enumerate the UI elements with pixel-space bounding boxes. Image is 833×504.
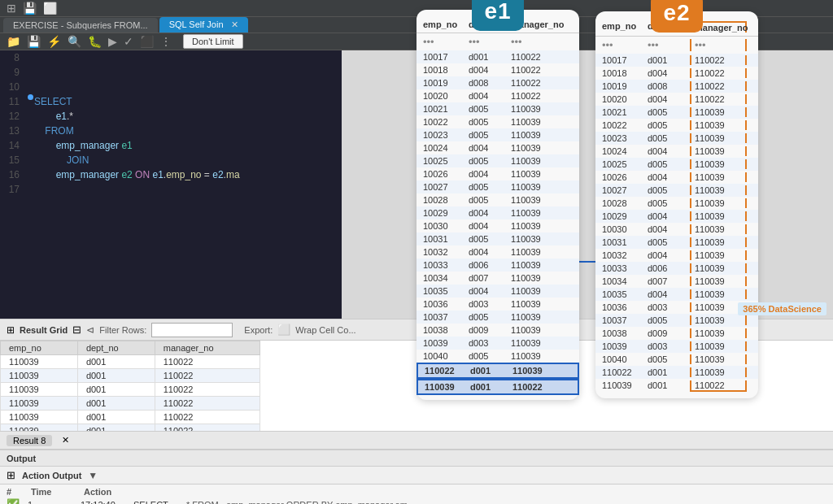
- table-row: 10034d007110039: [416, 272, 579, 285]
- grid-icon[interactable]: ⊞: [5, 0, 18, 16]
- table-row: 10030d004110039: [416, 219, 579, 232]
- table-row: 10036d003110039: [595, 301, 758, 314]
- table-row: 10017d001110022: [416, 50, 579, 63]
- result-footer: Result 8 ✕: [0, 431, 833, 449]
- table-row: 10029d004110039: [595, 210, 758, 223]
- table-row: 10029d004110039: [416, 206, 579, 219]
- highlighted-row-2: 110039d001110022: [416, 379, 579, 395]
- line-15: 15 JOIN: [0, 153, 342, 167]
- table-row: 10030d004110039: [595, 223, 758, 236]
- line-13: 13 FROM: [0, 124, 342, 138]
- table-row: 10022d005110039: [416, 115, 579, 128]
- table-row: 10025d005110039: [416, 154, 579, 167]
- line-17: 17: [0, 182, 342, 197]
- result-close-icon[interactable]: ✕: [62, 435, 69, 445]
- table-row: 10040d005110039: [595, 353, 758, 366]
- main-split: 8 9 10 11 SELECT 12: [0, 50, 833, 319]
- tab-close-icon[interactable]: ✕: [231, 20, 238, 29]
- table-icon: ⊟: [72, 324, 81, 336]
- table-row: 10025d005110039: [595, 158, 758, 171]
- result-tag[interactable]: Result 8: [7, 435, 52, 446]
- tab-sql-self-join[interactable]: SQL Self Join ✕: [159, 17, 248, 33]
- table-row: 10020d004110022: [595, 93, 758, 106]
- dont-limit-btn[interactable]: Don't Limit: [183, 34, 243, 49]
- table-e2-card: e2 emp_no dept_no manager_no ••• ••• •••…: [595, 11, 758, 398]
- save-icon[interactable]: 💾: [21, 0, 38, 16]
- line-11: 11 SELECT: [0, 94, 342, 109]
- export-icon[interactable]: ⬜: [277, 324, 290, 336]
- output-toolbar: ⊞ Action Output ▼: [0, 467, 833, 484]
- badge-e2: e2: [651, 0, 703, 33]
- line-16: 16 emp_manager e2 ON e1.emp_no = e2.ma: [0, 167, 342, 182]
- table-row: 10026d004110039: [416, 167, 579, 180]
- tab-exercise[interactable]: EXERCISE - Subqueries FROM...: [3, 18, 158, 33]
- search-icon[interactable]: 🔍: [66, 33, 83, 50]
- table-row: 10032d004110039: [595, 249, 758, 262]
- play-icon[interactable]: ▶: [107, 33, 119, 50]
- table-row: 10020d004110022: [416, 89, 579, 102]
- table-e1-card: e1 emp_no dept_no manager_no ••• ••• •••…: [416, 10, 579, 400]
- table-row: 10028d005110039: [416, 193, 579, 206]
- result-row: 110039d001110022: [1, 383, 260, 397]
- table-row: 10035d004110039: [416, 285, 579, 298]
- table-row: 10037d005110039: [416, 311, 579, 324]
- table-row: 10034d007110039: [595, 275, 758, 288]
- output-section: Output ⊞ Action Output ▼ # Time Action ✅…: [0, 449, 833, 504]
- result-row: 110039d001110022: [1, 369, 260, 383]
- table-row: 10032d004110039: [416, 245, 579, 259]
- highlighted-row-1: 110022d001110039: [416, 363, 579, 379]
- result-row: 110039d001110022: [1, 355, 260, 369]
- table-row: 10038d009110039: [595, 327, 758, 340]
- bolt-icon[interactable]: ⚡: [46, 33, 63, 50]
- result-row: 110039d001110022: [1, 411, 260, 424]
- filter-input[interactable]: [151, 323, 233, 337]
- table-row: 10039d003110039: [595, 340, 758, 353]
- check-icon[interactable]: ✓: [122, 33, 135, 50]
- col-dept-no: dept_no: [77, 341, 155, 355]
- save-icon2[interactable]: 💾: [25, 33, 42, 50]
- viz-panel: e1 emp_no dept_no manager_no ••• ••• •••…: [342, 50, 833, 319]
- dropdown-icon[interactable]: ▼: [88, 470, 98, 481]
- line-9: 9: [0, 65, 342, 80]
- more-icon[interactable]: ⬜: [41, 0, 59, 16]
- status-ok-icon: ✅: [7, 498, 20, 504]
- table-row: 10027d005110039: [416, 180, 579, 193]
- table-row: 10028d005110039: [595, 197, 758, 210]
- line-10: 10: [0, 80, 342, 94]
- table-row: 10040d005110039: [416, 350, 579, 363]
- stop-icon[interactable]: ⬛: [138, 33, 155, 50]
- output-row-1: ✅ 1 17:12:40 SELECT * FROM emp_manager O…: [0, 497, 833, 504]
- folder-icon[interactable]: 📁: [5, 33, 22, 50]
- line-14: 14 emp_manager e1: [0, 138, 342, 153]
- table-row: 10022d005110039: [595, 119, 758, 132]
- result-row: 110039d001110022: [1, 397, 260, 411]
- col-emp-no: emp_no: [1, 341, 78, 355]
- bug-icon[interactable]: 🐛: [86, 33, 103, 50]
- e2-last-row-2: 110039d001110022: [595, 379, 758, 393]
- table-row: 10024d004110039: [595, 145, 758, 158]
- table-row: 10023d005110039: [416, 128, 579, 141]
- wrap-label: Wrap Cell Co...: [295, 325, 355, 335]
- table-row: 10026d004110039: [595, 171, 758, 184]
- table-row: 10023d005110039: [595, 132, 758, 145]
- table-row: 10019d008110022: [416, 76, 579, 89]
- table-row: 10035d004110039: [595, 288, 758, 301]
- table-row: 10021d005110039: [595, 106, 758, 119]
- output-header: Output: [0, 450, 833, 467]
- table-row: 10024d004110039: [416, 141, 579, 154]
- table-row: 10027d005110039: [595, 184, 758, 197]
- output-rows: # Time Action ✅ 1 17:12:40 SELECT * FROM…: [0, 484, 833, 504]
- table-row: 10039d003110039: [416, 337, 579, 350]
- e2-dots: ••• ••• •••: [595, 37, 758, 54]
- filter-label: Filter Rows:: [99, 325, 146, 335]
- more-icon2[interactable]: ⋮: [159, 33, 173, 50]
- line-8: 8: [0, 50, 342, 65]
- filter-icon: ⊲: [86, 324, 94, 336]
- result-row: 110039d001110022: [1, 424, 260, 432]
- result-table: emp_no dept_no manager_no 110039d0011100…: [0, 341, 260, 431]
- output-col-headers: # Time Action: [0, 486, 833, 497]
- table-row: 10033d006110039: [595, 262, 758, 275]
- table-row: 10031d005110039: [416, 232, 579, 245]
- table-row: 10037d005110039: [595, 314, 758, 327]
- table-row: 10017d001110022: [595, 54, 758, 67]
